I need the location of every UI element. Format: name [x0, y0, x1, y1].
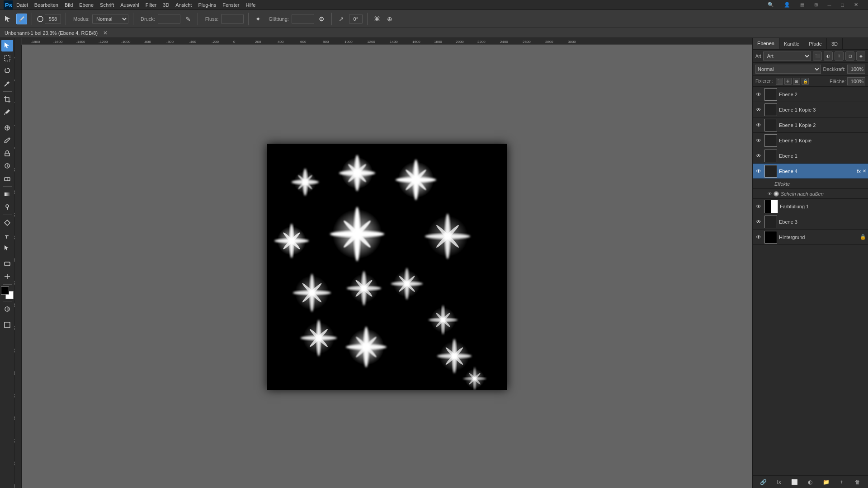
layer-visibility-hintergrund[interactable]: 👁 [755, 233, 763, 241]
menu-datei[interactable]: Datei [16, 2, 28, 8]
filter-pixel-btn[interactable]: ⬛ [813, 52, 822, 61]
filter-type-select[interactable]: Art [763, 52, 811, 61]
menu-filter[interactable]: Filter [146, 2, 156, 8]
glattung-settings-icon[interactable]: ⚙ [317, 14, 327, 24]
layer-style-btn[interactable]: fx [774, 478, 783, 487]
tool-lasso[interactable] [1, 65, 13, 77]
lock-all-btn[interactable]: 🔒 [802, 78, 809, 85]
menu-ebene[interactable]: Ebene [79, 2, 94, 8]
tab-3d[interactable]: 3D [827, 38, 843, 49]
layer-item-ebene1kopie3[interactable]: 👁 Ebene 1 Kopie 3 [753, 102, 868, 117]
tab-ebenen[interactable]: Ebenen [753, 38, 779, 49]
angle-input[interactable] [349, 14, 363, 24]
layer-visibility-farbfullung1[interactable]: 👁 [755, 202, 763, 211]
tool-dodge[interactable] [1, 201, 13, 213]
layer-link-btn[interactable]: 🔗 [759, 478, 768, 487]
blend-mode-select[interactable]: Normal [755, 65, 821, 74]
layer-delete-btn[interactable]: 🗑 [853, 478, 862, 487]
tool-select-move[interactable] [1, 40, 13, 52]
search-icon[interactable]: 🔍 [768, 2, 774, 8]
layer-item-hintergrund[interactable]: 👁 Hintergrund 🔒 [753, 230, 868, 245]
layer-visibility-ebene1kopie3[interactable]: 👁 [755, 106, 763, 114]
airbrush-icon[interactable]: ✦ [253, 14, 263, 24]
tool-heal[interactable] [1, 122, 13, 134]
layer-group-btn[interactable]: 📁 [821, 478, 830, 487]
tool-quick-mask[interactable] [1, 303, 13, 315]
canvas-viewport[interactable] [22, 45, 752, 488]
layer-item-ebene2[interactable]: 👁 Ebene 2 [753, 87, 868, 102]
view-icon[interactable]: ⊞ [814, 2, 818, 7]
layer-item-ebene1kopie2[interactable]: 👁 Ebene 1 Kopie 2 [753, 117, 868, 133]
modus-select[interactable]: Normal [92, 14, 128, 24]
layer-fx-collapse[interactable]: ✕ [863, 169, 866, 174]
tool-path-select[interactable] [1, 242, 13, 254]
tool-stamp[interactable] [1, 147, 13, 159]
tool-crop[interactable] [1, 94, 13, 105]
extra-icon[interactable]: ⊕ [385, 14, 395, 24]
layer-mask-btn[interactable]: ⬜ [790, 478, 799, 487]
filter-shape-btn[interactable]: ◻ [845, 52, 854, 61]
angle-icon[interactable]: ↗ [336, 14, 346, 24]
tool-marquee[interactable] [1, 52, 13, 64]
layer-list[interactable]: 👁 Ebene 2 👁 Ebene 1 Kopie 3 👁 Ebene 1 Ko… [753, 87, 868, 475]
window-min[interactable]: ─ [828, 2, 831, 8]
tab-kanale[interactable]: Kanäle [779, 38, 804, 49]
menu-fenster[interactable]: Fenster [222, 2, 239, 8]
sublayer-effects-group[interactable]: Effekte [753, 179, 868, 189]
layer-visibility-ebene1kopie[interactable]: 👁 [755, 136, 763, 145]
lock-artboard-btn[interactable]: ⊞ [793, 78, 800, 85]
foreground-color-box[interactable] [1, 286, 9, 295]
symmetry-icon[interactable]: ⌘ [372, 14, 382, 24]
tool-brush[interactable] [16, 14, 27, 24]
glattung-input[interactable]: 0% [292, 14, 314, 24]
brush-size-input[interactable] [45, 14, 61, 24]
layer-visibility-ebene1kopie2[interactable]: 👁 [755, 121, 763, 129]
menu-hilfe[interactable]: Hilfe [245, 2, 255, 8]
layer-item-ebene1kopie[interactable]: 👁 Ebene 1 Kopie [753, 133, 868, 148]
filter-smart-btn[interactable]: ◈ [856, 52, 865, 61]
tool-history[interactable] [1, 160, 13, 172]
menu-bearbeiten[interactable]: Bearbeiten [34, 2, 58, 8]
menu-auswahl[interactable]: Auswahl [120, 2, 139, 8]
layer-item-farbfullung1[interactable]: 👁 Farbfüllung 1 [753, 199, 868, 214]
menu-plugins[interactable]: Plug-ins [198, 2, 216, 8]
user-icon[interactable]: 👤 [784, 2, 790, 8]
color-boxes[interactable] [1, 286, 14, 299]
filter-adj-btn[interactable]: ◐ [824, 52, 833, 61]
tool-shape[interactable] [1, 258, 13, 270]
deckkraft-input[interactable] [847, 65, 865, 74]
menu-3d[interactable]: 3D [163, 2, 169, 8]
tool-eyedropper[interactable] [1, 106, 13, 118]
photoshop-canvas[interactable] [267, 144, 507, 390]
druck-input[interactable]: 100% [158, 14, 180, 24]
flache-input[interactable] [847, 77, 865, 85]
layer-visibility-ebene1[interactable]: 👁 [755, 152, 763, 160]
tool-gradient[interactable] [1, 188, 13, 200]
tool-wand[interactable] [1, 78, 13, 89]
sublayer-schein[interactable]: 👁 Schein nach außen [753, 189, 868, 199]
layer-visibility-ebene4[interactable]: 👁 [755, 167, 763, 175]
tool-screen-mode[interactable] [1, 319, 13, 331]
druck-icon[interactable]: ✎ [183, 14, 193, 24]
menu-schrift[interactable]: Schrift [100, 2, 114, 8]
layer-visibility-ebene3[interactable]: 👁 [755, 218, 763, 226]
fluss-input[interactable]: 100% [221, 14, 244, 24]
tool-extra[interactable] [1, 271, 13, 282]
tool-brush2[interactable] [1, 135, 13, 146]
window-close[interactable]: ✕ [854, 2, 858, 8]
tool-pen[interactable] [1, 217, 13, 229]
window-max[interactable]: □ [841, 2, 844, 8]
tool-eraser[interactable] [1, 173, 13, 184]
tab-pfade[interactable]: Pfade [804, 38, 827, 49]
tool-move[interactable] [3, 14, 14, 24]
layer-item-ebene4[interactable]: 👁 Ebene 4 fx ✕ [753, 164, 868, 179]
layer-adj-btn[interactable]: ◐ [806, 478, 815, 487]
sublayer-eye-icon[interactable]: 👁 [766, 191, 773, 197]
lock-move-btn[interactable]: ✛ [784, 78, 792, 85]
workspace-icon[interactable]: ▤ [800, 2, 804, 7]
filter-text-btn[interactable]: T [835, 52, 844, 61]
layer-visibility-ebene2[interactable]: 👁 [755, 90, 763, 99]
layer-item-ebene1[interactable]: 👁 Ebene 1 [753, 148, 868, 164]
layer-new-btn[interactable]: + [837, 478, 846, 487]
layer-item-ebene3[interactable]: 👁 Ebene 3 [753, 214, 868, 230]
